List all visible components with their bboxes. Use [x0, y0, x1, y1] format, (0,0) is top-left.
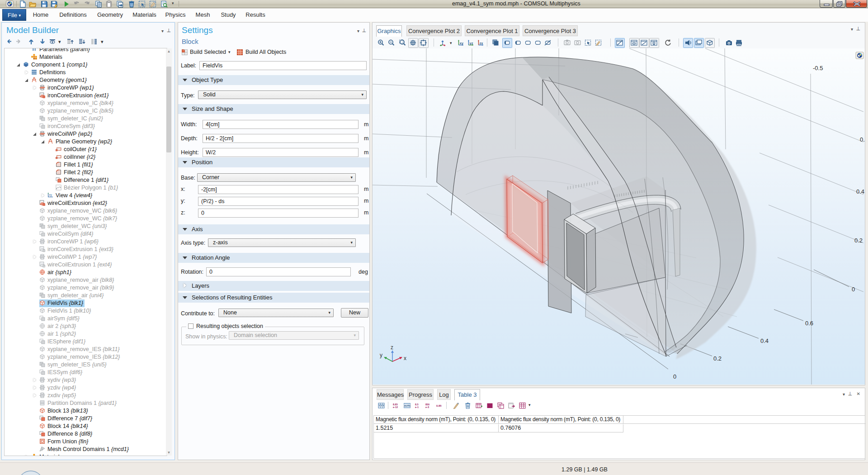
- svg-text:0.6: 0.6: [805, 320, 813, 327]
- svg-text:yz: yz: [470, 41, 473, 45]
- svg-text:zx: zx: [480, 41, 484, 45]
- svg-text:e-1: e-1: [415, 406, 419, 408]
- svg-text:0: 0: [852, 286, 855, 293]
- svg-text:0: 0: [673, 373, 676, 380]
- svg-text:0.: 0.: [860, 136, 865, 143]
- svg-text:0.4: 0.4: [856, 188, 864, 195]
- svg-text:850: 850: [425, 403, 429, 406]
- svg-text:8.85: 8.85: [393, 403, 398, 406]
- svg-text:▾: ▾: [58, 39, 61, 44]
- svg-text:0.4: 0.4: [760, 337, 769, 344]
- svg-text:xy: xy: [460, 41, 464, 45]
- svg-text:▾: ▾: [101, 39, 104, 44]
- svg-text:y: y: [380, 352, 382, 358]
- svg-text:x: x: [404, 355, 406, 361]
- svg-text:8.5: 8.5: [415, 403, 419, 406]
- svg-text:▾: ▾: [450, 41, 452, 45]
- svg-text:0.2: 0.2: [713, 355, 722, 362]
- svg-text:-0.5: -0.5: [813, 65, 823, 71]
- svg-text:z: z: [391, 344, 393, 351]
- svg-text:e-3: e-3: [425, 406, 429, 408]
- svg-text:e-12: e-12: [393, 406, 398, 408]
- svg-text:0.85: 0.85: [436, 404, 442, 407]
- svg-text:0.2: 0.2: [854, 237, 863, 244]
- svg-text:AUTO: AUTO: [404, 404, 410, 407]
